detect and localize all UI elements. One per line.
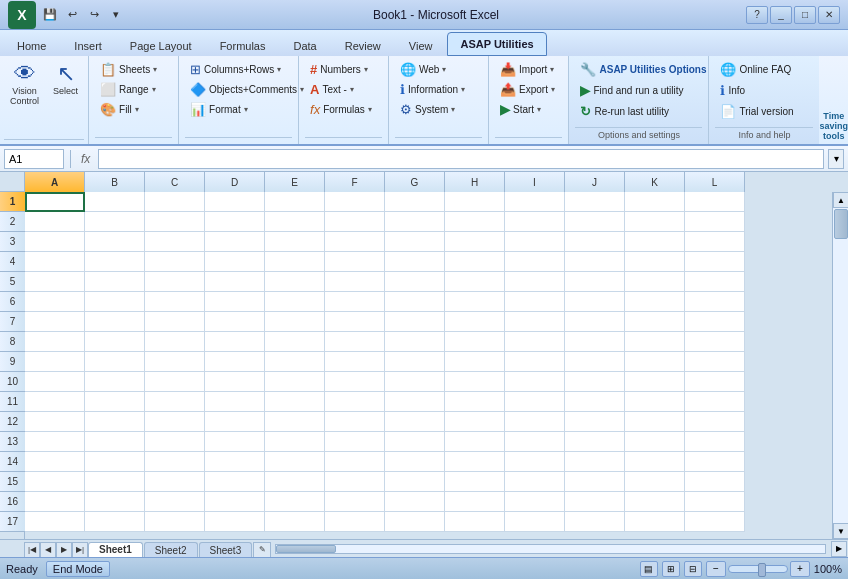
cell-A2[interactable] <box>25 212 85 232</box>
tab-view[interactable]: View <box>396 34 446 56</box>
scroll-track[interactable] <box>833 208 848 523</box>
col-header-K[interactable]: K <box>625 172 685 192</box>
cell-C1[interactable] <box>145 192 205 212</box>
format-btn[interactable]: 📊 Format ▾ <box>185 100 309 119</box>
web-btn[interactable]: 🌐 Web ▾ <box>395 60 495 79</box>
sheet-tab-3[interactable]: Sheet3 <box>199 542 253 558</box>
name-box[interactable]: A1 <box>4 149 64 169</box>
tab-data[interactable]: Data <box>280 34 329 56</box>
info-btn[interactable]: ℹ Info <box>715 81 815 100</box>
help-btn[interactable]: ? <box>746 6 768 24</box>
online-faq-btn[interactable]: 🌐 Online FAQ <box>715 60 815 79</box>
row-header-2[interactable]: 2 <box>0 212 25 232</box>
col-header-I[interactable]: I <box>505 172 565 192</box>
undo-btn[interactable]: ↩ <box>62 6 82 24</box>
cell-I1[interactable] <box>505 192 565 212</box>
col-header-B[interactable]: B <box>85 172 145 192</box>
row-header-9[interactable]: 9 <box>0 352 25 372</box>
row-header-5[interactable]: 5 <box>0 272 25 292</box>
sheet-nav-next[interactable]: ▶ <box>56 542 72 558</box>
sheet-tab-2[interactable]: Sheet2 <box>144 542 198 558</box>
cell-A1[interactable] <box>25 192 85 212</box>
rerun-btn[interactable]: ↻ Re-run last utility <box>575 102 675 121</box>
cell-E1[interactable] <box>265 192 325 212</box>
row-header-16[interactable]: 16 <box>0 492 25 512</box>
trial-btn[interactable]: 📄 Trial version <box>715 102 815 121</box>
scroll-down-btn[interactable]: ▼ <box>833 523 848 539</box>
formula-expand-btn[interactable]: ▾ <box>828 149 844 169</box>
maximize-btn[interactable]: □ <box>794 6 816 24</box>
objects-btn[interactable]: 🔷 Objects+Comments ▾ <box>185 80 309 99</box>
row-header-14[interactable]: 14 <box>0 452 25 472</box>
cell-J1[interactable] <box>565 192 625 212</box>
cell-A3[interactable] <box>25 232 85 252</box>
sheet-nav-prev[interactable]: ◀ <box>40 542 56 558</box>
scroll-right-btn[interactable]: ▶ <box>831 541 847 557</box>
cell-B1[interactable] <box>85 192 145 212</box>
col-header-H[interactable]: H <box>445 172 505 192</box>
select-btn[interactable]: ↖ Select <box>47 59 84 101</box>
page-layout-view-btn[interactable]: ⊞ <box>662 561 680 577</box>
new-sheet-btn[interactable]: ✎ <box>253 542 271 558</box>
row-header-4[interactable]: 4 <box>0 252 25 272</box>
cell-F1[interactable] <box>325 192 385 212</box>
cell-G1[interactable] <box>385 192 445 212</box>
tab-formulas[interactable]: Formulas <box>207 34 279 56</box>
tab-asaputilities[interactable]: ASAP Utilities <box>447 32 546 56</box>
row-header-3[interactable]: 3 <box>0 232 25 252</box>
minimize-btn[interactable]: _ <box>770 6 792 24</box>
col-header-C[interactable]: C <box>145 172 205 192</box>
cell-K1[interactable] <box>625 192 685 212</box>
zoom-out-btn[interactable]: − <box>706 561 726 577</box>
col-header-G[interactable]: G <box>385 172 445 192</box>
information-btn[interactable]: ℹ Information ▾ <box>395 80 495 99</box>
row-header-12[interactable]: 12 <box>0 412 25 432</box>
redo-btn[interactable]: ↪ <box>84 6 104 24</box>
scroll-thumb[interactable] <box>834 209 848 239</box>
cell-D1[interactable] <box>205 192 265 212</box>
row-header-6[interactable]: 6 <box>0 292 25 312</box>
row-header-1[interactable]: 1 <box>0 192 25 212</box>
col-header-D[interactable]: D <box>205 172 265 192</box>
zoom-in-btn[interactable]: + <box>790 561 810 577</box>
scroll-up-btn[interactable]: ▲ <box>833 192 848 208</box>
row-header-15[interactable]: 15 <box>0 472 25 492</box>
asap-utilities-options-btn[interactable]: 🔧 ASAP Utilities Options ▾ <box>575 60 718 79</box>
row-header-10[interactable]: 10 <box>0 372 25 392</box>
col-header-L[interactable]: L <box>685 172 745 192</box>
save-quick-btn[interactable]: 💾 <box>40 6 60 24</box>
columns-rows-btn[interactable]: ⊞ Columns+Rows ▾ <box>185 60 309 79</box>
row-header-7[interactable]: 7 <box>0 312 25 332</box>
sheet-nav-last[interactable]: ▶| <box>72 542 88 558</box>
page-break-view-btn[interactable]: ⊟ <box>684 561 702 577</box>
sheet-nav-first[interactable]: |◀ <box>24 542 40 558</box>
cell-L1[interactable] <box>685 192 745 212</box>
find-run-btn[interactable]: ▶ Find and run a utility <box>575 81 688 100</box>
row-header-13[interactable]: 13 <box>0 432 25 452</box>
cell-H1[interactable] <box>445 192 505 212</box>
col-header-J[interactable]: J <box>565 172 625 192</box>
zoom-thumb[interactable] <box>758 563 766 577</box>
tab-insert[interactable]: Insert <box>61 34 115 56</box>
col-header-F[interactable]: F <box>325 172 385 192</box>
tab-pagelayout[interactable]: Page Layout <box>117 34 205 56</box>
sheet-tab-1[interactable]: Sheet1 <box>88 542 143 558</box>
tab-home[interactable]: Home <box>4 34 59 56</box>
close-btn[interactable]: ✕ <box>818 6 840 24</box>
tab-review[interactable]: Review <box>332 34 394 56</box>
row-header-8[interactable]: 8 <box>0 332 25 352</box>
formula-input[interactable] <box>98 149 824 169</box>
col-header-E[interactable]: E <box>265 172 325 192</box>
quick-access-dropdown[interactable]: ▾ <box>106 6 126 24</box>
horizontal-scroll-track[interactable] <box>275 544 826 554</box>
zoom-slider[interactable] <box>728 565 788 573</box>
horizontal-scroll-thumb[interactable] <box>276 545 336 553</box>
vertical-scrollbar[interactable]: ▲ ▼ <box>832 192 848 539</box>
end-mode-btn[interactable]: End Mode <box>46 561 110 577</box>
col-header-A[interactable]: A <box>25 172 85 192</box>
vision-control-btn[interactable]: 👁 VisionControl <box>4 59 45 111</box>
row-header-11[interactable]: 11 <box>0 392 25 412</box>
row-header-17[interactable]: 17 <box>0 512 25 532</box>
normal-view-btn[interactable]: ▤ <box>640 561 658 577</box>
system-btn[interactable]: ⚙ System ▾ <box>395 100 495 119</box>
